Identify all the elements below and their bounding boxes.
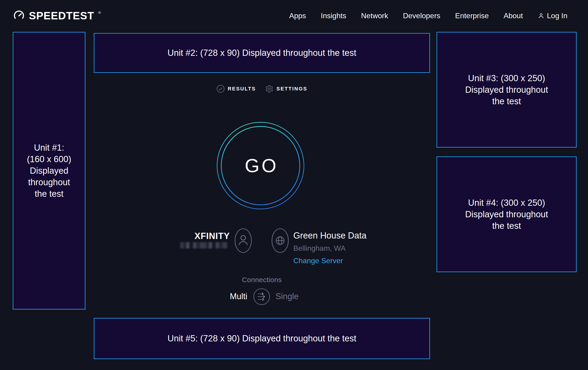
nav-item-developers[interactable]: Developers <box>403 11 441 20</box>
speedtest-logo[interactable]: SPEEDTEST® <box>13 10 100 22</box>
nav-item-network[interactable]: Network <box>361 11 388 20</box>
connections-multi-option[interactable]: Multi <box>207 291 247 301</box>
logo-wordmark: SPEEDTEST <box>29 10 94 22</box>
ad-unit-5[interactable]: Unit #5: (728 x 90) Displayed throughout… <box>94 318 430 359</box>
connections-label: Connections <box>94 276 430 284</box>
top-nav: SPEEDTEST® Apps Insights Network Develop… <box>0 0 588 31</box>
ad-unit-2[interactable]: Unit #2: (728 x 90) Displayed throughout… <box>94 33 430 73</box>
logo-trademark: ® <box>98 11 101 15</box>
isp-user-icon <box>234 228 252 253</box>
connections-toggle-icon[interactable] <box>253 288 271 305</box>
connections-single-option[interactable]: Single <box>275 291 299 301</box>
login-button[interactable]: Log In <box>538 11 567 20</box>
tab-results[interactable]: RESULTS <box>216 85 256 93</box>
ad-unit-4[interactable]: Unit #4: (300 x 250) Displayed throughou… <box>437 156 577 272</box>
gauge-icon <box>13 10 25 22</box>
isp-name[interactable]: XFINITY <box>174 231 230 241</box>
server-globe-icon <box>271 228 289 253</box>
nav-item-about[interactable]: About <box>504 11 523 20</box>
change-server-link[interactable]: Change Server <box>293 257 343 265</box>
tab-settings[interactable]: SETTINGS <box>265 85 307 93</box>
user-icon <box>538 12 545 19</box>
server-location: Bellingham, WA <box>293 244 346 253</box>
nav-item-apps[interactable]: Apps <box>289 11 306 20</box>
ad-unit-2-text: Unit #2: (728 x 90) Displayed throughout… <box>168 47 356 59</box>
nav-links: Apps Insights Network Developers Enterpr… <box>289 11 567 20</box>
ad-unit-1-text: Unit #1: (160 x 600) Displayed throughou… <box>27 142 71 200</box>
go-button[interactable]: GO <box>217 122 304 210</box>
ad-unit-1[interactable]: Unit #1: (160 x 600) Displayed throughou… <box>13 32 85 310</box>
check-circle-icon <box>216 85 225 93</box>
go-button-label: GO <box>245 155 279 177</box>
tab-results-label: RESULTS <box>228 86 256 92</box>
login-label: Log In <box>547 11 567 20</box>
server-name: Green House Data <box>293 231 367 240</box>
view-tabs: RESULTS SETTINGS <box>94 83 430 94</box>
nav-item-enterprise[interactable]: Enterprise <box>455 11 489 20</box>
ad-unit-4-text: Unit #4: (300 x 250) Displayed throughou… <box>465 197 548 232</box>
ad-unit-3[interactable]: Unit #3: (300 x 250) Displayed throughou… <box>437 32 577 148</box>
gear-icon <box>265 85 273 93</box>
nav-item-insights[interactable]: Insights <box>321 11 346 20</box>
redacted-ip-address <box>180 242 227 249</box>
ad-unit-3-text: Unit #3: (300 x 250) Displayed throughou… <box>465 72 548 107</box>
ad-unit-5-text: Unit #5: (728 x 90) Displayed throughout… <box>168 333 356 344</box>
tab-settings-label: SETTINGS <box>276 86 307 92</box>
speedtest-page: SPEEDTEST® Apps Insights Network Develop… <box>0 0 588 370</box>
